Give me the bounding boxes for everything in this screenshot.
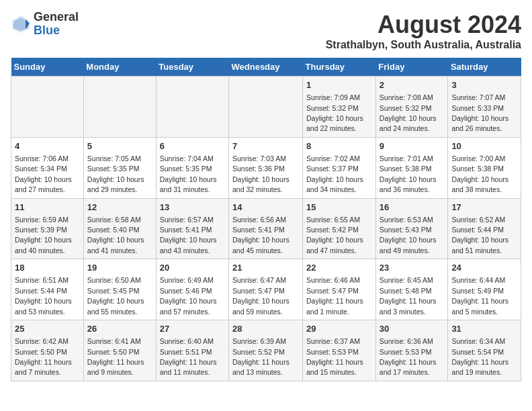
page-header: General Blue August 2024 Strathalbyn, So…: [11, 11, 521, 51]
day-number: 9: [380, 140, 445, 152]
day-info: Sunrise: 6:47 AM Sunset: 5:47 PM Dayligh…: [232, 276, 290, 315]
day-number: 25: [15, 323, 80, 335]
week-row-5: 25Sunrise: 6:42 AM Sunset: 5:50 PM Dayli…: [11, 320, 521, 381]
day-number: 30: [380, 323, 445, 335]
calendar-cell: [83, 77, 156, 138]
day-number: 10: [451, 140, 517, 152]
header-tuesday: Tuesday: [156, 58, 228, 77]
calendar-cell: 7Sunrise: 7:03 AM Sunset: 5:36 PM Daylig…: [229, 137, 303, 198]
location-subtitle: Strathalbyn, South Australia, Australia: [326, 39, 521, 51]
calendar-cell: 14Sunrise: 6:56 AM Sunset: 5:41 PM Dayli…: [229, 198, 303, 259]
day-number: 23: [380, 262, 445, 274]
calendar-cell: 24Sunrise: 6:44 AM Sunset: 5:49 PM Dayli…: [448, 259, 521, 320]
calendar-cell: [11, 77, 84, 138]
day-info: Sunrise: 6:59 AM Sunset: 5:39 PM Dayligh…: [15, 216, 72, 255]
header-friday: Friday: [375, 58, 448, 77]
day-info: Sunrise: 7:05 AM Sunset: 5:35 PM Dayligh…: [87, 154, 144, 193]
header-sunday: Sunday: [11, 58, 84, 77]
calendar-cell: 27Sunrise: 6:40 AM Sunset: 5:51 PM Dayli…: [156, 320, 228, 381]
week-row-1: 1Sunrise: 7:09 AM Sunset: 5:32 PM Daylig…: [11, 77, 521, 138]
day-number: 20: [160, 262, 225, 274]
day-info: Sunrise: 6:34 AM Sunset: 5:54 PM Dayligh…: [451, 337, 508, 376]
day-number: 13: [160, 201, 225, 214]
day-info: Sunrise: 6:42 AM Sunset: 5:50 PM Dayligh…: [15, 337, 72, 376]
day-number: 15: [306, 201, 372, 214]
calendar-cell: 4Sunrise: 7:06 AM Sunset: 5:34 PM Daylig…: [11, 137, 84, 198]
calendar-cell: 1Sunrise: 7:09 AM Sunset: 5:32 PM Daylig…: [303, 77, 376, 138]
day-number: 12: [87, 201, 152, 214]
day-number: 18: [15, 262, 80, 274]
day-info: Sunrise: 6:45 AM Sunset: 5:48 PM Dayligh…: [380, 276, 437, 315]
day-number: 31: [451, 323, 517, 335]
day-number: 7: [232, 140, 299, 152]
day-number: 17: [451, 201, 517, 214]
day-info: Sunrise: 7:09 AM Sunset: 5:32 PM Dayligh…: [306, 93, 363, 132]
calendar-cell: 11Sunrise: 6:59 AM Sunset: 5:39 PM Dayli…: [11, 198, 84, 259]
day-info: Sunrise: 6:46 AM Sunset: 5:47 PM Dayligh…: [306, 276, 363, 315]
logo: General Blue: [11, 11, 79, 38]
header-thursday: Thursday: [303, 58, 376, 77]
header-wednesday: Wednesday: [229, 58, 303, 77]
calendar-cell: 8Sunrise: 7:02 AM Sunset: 5:37 PM Daylig…: [303, 137, 376, 198]
calendar-cell: 2Sunrise: 7:08 AM Sunset: 5:32 PM Daylig…: [375, 77, 448, 138]
logo-general-text: General: [34, 11, 79, 24]
calendar-cell: 5Sunrise: 7:05 AM Sunset: 5:35 PM Daylig…: [83, 137, 156, 198]
month-year-title: August 2024: [326, 11, 521, 39]
day-number: 14: [232, 201, 299, 214]
logo-blue-text: Blue: [34, 24, 79, 38]
day-number: 4: [15, 140, 80, 152]
calendar-cell: 17Sunrise: 6:52 AM Sunset: 5:44 PM Dayli…: [448, 198, 521, 259]
calendar-cell: 21Sunrise: 6:47 AM Sunset: 5:47 PM Dayli…: [229, 259, 303, 320]
day-number: 27: [160, 323, 225, 335]
day-info: Sunrise: 6:51 AM Sunset: 5:44 PM Dayligh…: [15, 276, 72, 315]
calendar-table: SundayMondayTuesdayWednesdayThursdayFrid…: [11, 58, 521, 381]
calendar-cell: 29Sunrise: 6:37 AM Sunset: 5:53 PM Dayli…: [303, 320, 376, 381]
calendar-cell: 22Sunrise: 6:46 AM Sunset: 5:47 PM Dayli…: [303, 259, 376, 320]
day-info: Sunrise: 6:58 AM Sunset: 5:40 PM Dayligh…: [87, 216, 144, 255]
calendar-cell: 31Sunrise: 6:34 AM Sunset: 5:54 PM Dayli…: [448, 320, 521, 381]
calendar-cell: 6Sunrise: 7:04 AM Sunset: 5:35 PM Daylig…: [156, 137, 228, 198]
calendar-cell: [156, 77, 228, 138]
day-number: 19: [87, 262, 152, 274]
day-number: 24: [451, 262, 517, 274]
header-saturday: Saturday: [448, 58, 521, 77]
day-info: Sunrise: 6:41 AM Sunset: 5:50 PM Dayligh…: [87, 337, 144, 376]
header-monday: Monday: [83, 58, 156, 77]
day-info: Sunrise: 6:36 AM Sunset: 5:53 PM Dayligh…: [380, 337, 437, 376]
calendar-cell: 28Sunrise: 6:39 AM Sunset: 5:52 PM Dayli…: [229, 320, 303, 381]
day-info: Sunrise: 6:53 AM Sunset: 5:43 PM Dayligh…: [380, 216, 437, 255]
title-block: August 2024 Strathalbyn, South Australia…: [326, 11, 521, 51]
day-number: 28: [232, 323, 299, 335]
day-info: Sunrise: 7:02 AM Sunset: 5:37 PM Dayligh…: [306, 154, 363, 193]
calendar-cell: 26Sunrise: 6:41 AM Sunset: 5:50 PM Dayli…: [83, 320, 156, 381]
calendar-cell: 13Sunrise: 6:57 AM Sunset: 5:41 PM Dayli…: [156, 198, 228, 259]
logo-icon: [11, 14, 31, 34]
day-info: Sunrise: 7:04 AM Sunset: 5:35 PM Dayligh…: [160, 154, 217, 193]
calendar-cell: 19Sunrise: 6:50 AM Sunset: 5:45 PM Dayli…: [83, 259, 156, 320]
week-row-2: 4Sunrise: 7:06 AM Sunset: 5:34 PM Daylig…: [11, 137, 521, 198]
day-info: Sunrise: 6:49 AM Sunset: 5:46 PM Dayligh…: [160, 276, 217, 315]
week-row-4: 18Sunrise: 6:51 AM Sunset: 5:44 PM Dayli…: [11, 259, 521, 320]
day-info: Sunrise: 7:00 AM Sunset: 5:38 PM Dayligh…: [451, 154, 508, 193]
calendar-cell: 16Sunrise: 6:53 AM Sunset: 5:43 PM Dayli…: [375, 198, 448, 259]
day-info: Sunrise: 6:56 AM Sunset: 5:41 PM Dayligh…: [232, 216, 290, 255]
day-number: 26: [87, 323, 152, 335]
week-row-3: 11Sunrise: 6:59 AM Sunset: 5:39 PM Dayli…: [11, 198, 521, 259]
day-number: 22: [306, 262, 372, 274]
day-info: Sunrise: 7:03 AM Sunset: 5:36 PM Dayligh…: [232, 154, 290, 193]
calendar-cell: 15Sunrise: 6:55 AM Sunset: 5:42 PM Dayli…: [303, 198, 376, 259]
calendar-cell: 18Sunrise: 6:51 AM Sunset: 5:44 PM Dayli…: [11, 259, 84, 320]
day-info: Sunrise: 7:08 AM Sunset: 5:32 PM Dayligh…: [380, 93, 437, 132]
day-number: 21: [232, 262, 299, 274]
day-info: Sunrise: 6:37 AM Sunset: 5:53 PM Dayligh…: [306, 337, 363, 376]
calendar-cell: 12Sunrise: 6:58 AM Sunset: 5:40 PM Dayli…: [83, 198, 156, 259]
day-info: Sunrise: 6:44 AM Sunset: 5:49 PM Dayligh…: [451, 276, 508, 315]
day-info: Sunrise: 6:52 AM Sunset: 5:44 PM Dayligh…: [451, 216, 508, 255]
day-info: Sunrise: 7:01 AM Sunset: 5:38 PM Dayligh…: [380, 154, 437, 193]
day-info: Sunrise: 6:39 AM Sunset: 5:52 PM Dayligh…: [232, 337, 290, 376]
calendar-cell: 23Sunrise: 6:45 AM Sunset: 5:48 PM Dayli…: [375, 259, 448, 320]
day-info: Sunrise: 6:55 AM Sunset: 5:42 PM Dayligh…: [306, 216, 363, 255]
day-number: 2: [380, 79, 445, 91]
calendar-cell: 25Sunrise: 6:42 AM Sunset: 5:50 PM Dayli…: [11, 320, 84, 381]
calendar-cell: 20Sunrise: 6:49 AM Sunset: 5:46 PM Dayli…: [156, 259, 228, 320]
